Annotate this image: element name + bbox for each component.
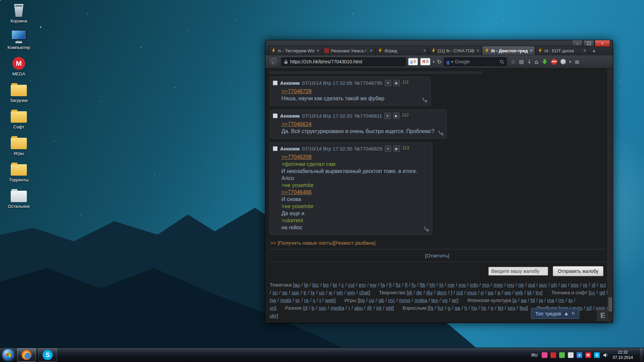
board-link-mlp[interactable]: mlp — [470, 282, 478, 288]
minimize-button[interactable]: – — [572, 40, 583, 47]
board-link-fd[interactable]: fd — [531, 297, 535, 303]
tray-icon-5[interactable]: e — [577, 352, 582, 358]
board-link-soc[interactable]: soc — [319, 305, 326, 311]
search-engine-icon[interactable]: g — [446, 59, 449, 65]
board-link-mc[interactable]: mc — [388, 297, 395, 303]
desktop-icon-computer[interactable]: Компьютер — [3, 29, 34, 50]
board-link-po[interactable]: po — [561, 282, 567, 288]
bookmark-star-icon[interactable]: ☆ — [511, 58, 516, 65]
board-link-wrk[interactable]: wrk — [515, 290, 523, 295]
board-link-ja[interactable]: ja — [539, 297, 543, 303]
taskbar-clock[interactable]: 22:32 07.10.2014 — [613, 350, 633, 360]
url-bar[interactable]: https://2ch.hk/b/res/77043010.html — [281, 57, 406, 66]
board-link-re[interactable]: re — [583, 282, 587, 288]
board-link-w[interactable]: w — [329, 290, 332, 295]
scrollbar-thumb[interactable] — [608, 297, 612, 311]
board-link-wp[interactable]: wp — [504, 290, 511, 295]
refresh-icon[interactable]: ↻ — [572, 311, 575, 316]
report-submit-button[interactable]: Отправить жалобу — [553, 266, 603, 276]
board-link-br[interactable]: br — [333, 282, 337, 288]
board-link-moba[interactable]: moba — [415, 297, 427, 303]
board-link-int[interactable]: int — [376, 305, 382, 311]
search-engine-caret-icon[interactable]: ▾ — [451, 60, 453, 64]
board-link-izd[interactable]: izd — [457, 290, 463, 295]
board-link-out[interactable]: out — [528, 282, 535, 288]
post-number-link[interactable]: №77046825 — [355, 146, 382, 152]
post-reference-link[interactable]: >>77046728 — [281, 88, 427, 95]
top-threads-panel[interactable]: Топ тредов ▲ ↻ — [531, 308, 579, 319]
board-link-sci[interactable]: sci — [600, 282, 606, 288]
post-hide-button[interactable]: × — [385, 80, 391, 86]
board-link-wr[interactable]: wr — [452, 297, 457, 303]
board-link-mobi[interactable]: mobi — [280, 297, 291, 303]
board-link-vn[interactable]: vn — [270, 305, 275, 311]
board-link-fiz[interactable]: fiz — [396, 282, 401, 288]
post-watch-button[interactable]: ▶ — [393, 145, 400, 152]
board-link-hi[interactable]: hi — [439, 282, 443, 288]
desktop-icon-games[interactable]: Игры — [3, 135, 34, 156]
board-link-jsf[interactable]: jsf — [587, 305, 592, 311]
board-link-@[interactable]: @ — [367, 305, 372, 311]
post-checkbox[interactable] — [273, 80, 278, 85]
post-reference-link[interactable]: >>77046466 — [281, 189, 429, 196]
reply-link[interactable]: [Ответить] — [425, 253, 449, 258]
board-link-ho[interactable]: ho — [471, 305, 477, 311]
board-link-me[interactable]: me — [447, 282, 454, 288]
volume-icon[interactable] — [603, 352, 608, 358]
extension-icon[interactable] — [560, 59, 566, 64]
board-link-fg[interactable]: fg — [429, 305, 433, 311]
board-link-media[interactable]: media — [330, 305, 344, 311]
tab-close-icon[interactable]: × — [530, 48, 533, 53]
tab-close-icon[interactable]: × — [477, 48, 479, 53]
maximize-button[interactable] — [583, 40, 594, 47]
board-link-mg[interactable]: mg — [459, 282, 466, 288]
board-link-mov[interactable]: mov — [493, 282, 503, 288]
board-link-hw[interactable]: hw — [270, 297, 276, 303]
board-link-sp[interactable]: sp — [282, 290, 287, 295]
board-link-b[interactable]: b — [312, 305, 314, 311]
board-link-gd[interactable]: gd — [599, 290, 605, 295]
board-link-au[interactable]: au — [294, 282, 300, 288]
home-icon[interactable]: ⌂ — [535, 58, 538, 65]
board-link-fa[interactable]: fa — [381, 282, 385, 288]
collapse-icon[interactable]: ▲ — [565, 311, 568, 316]
board-link-un[interactable]: un — [319, 290, 325, 295]
desktop-icon-mega[interactable]: MMEGA — [3, 56, 34, 76]
board-link-pa[interactable]: pa — [488, 290, 493, 295]
browser-tab-6[interactable]: /d - ЕОТ-доска× — [535, 46, 588, 55]
bookmarks-menu-icon[interactable]: ▤ — [519, 59, 524, 65]
board-link-mu[interactable]: mu — [507, 282, 514, 288]
board-link-p[interactable]: p — [497, 290, 500, 295]
board-link-mus[interactable]: mus — [467, 290, 476, 295]
url-dropdown-caret-icon[interactable]: ▾ — [433, 60, 435, 64]
board-link-hc[interactable]: hc — [481, 305, 487, 311]
reply-arrow-icon[interactable] — [422, 97, 429, 104]
board-link-mmo[interactable]: mmo — [399, 297, 410, 303]
tray-icon-skype[interactable]: S — [594, 352, 600, 358]
board-link-tes[interactable]: tes — [431, 297, 438, 303]
page-scrollbar[interactable] — [607, 68, 613, 323]
report-input[interactable]: Введите вашу жалобу — [488, 267, 548, 276]
tab-close-icon[interactable]: × — [583, 48, 586, 53]
board-link-gb[interactable]: gb — [378, 297, 384, 303]
board-link-ph[interactable]: ph — [551, 282, 557, 288]
board-link-wm[interactable]: wm — [347, 290, 355, 295]
board-link-ra[interactable]: ra — [304, 297, 309, 303]
get-new-posts-link[interactable]: [Получить новые посты] — [278, 240, 334, 246]
downloads-icon[interactable]: ↓ — [527, 59, 532, 65]
board-link-de[interactable]: de — [416, 290, 422, 295]
browser-tab-5[interactable]: /b - Декстоп-тред...× — [482, 46, 535, 55]
post-hide-button[interactable]: × — [385, 145, 391, 152]
board-link-rm[interactable]: rm — [558, 297, 565, 303]
board-link-bg[interactable]: bg — [359, 297, 365, 303]
board-link-trv[interactable]: trv — [536, 290, 541, 295]
board-link-diy[interactable]: diy — [426, 290, 433, 295]
desktop-icon-soft[interactable]: Софт — [3, 109, 34, 129]
board-link-old[interactable]: old — [386, 305, 392, 311]
browser-tab-3[interactable]: /Б/ред× — [375, 46, 428, 55]
post-hide-button[interactable]: × — [384, 113, 391, 119]
toolbar-caret-icon[interactable]: ▾ — [569, 60, 571, 64]
tray-icon-4[interactable] — [568, 352, 574, 358]
reply-arrow-icon[interactable] — [438, 130, 445, 137]
board-link-fs[interactable]: fs — [412, 282, 416, 288]
